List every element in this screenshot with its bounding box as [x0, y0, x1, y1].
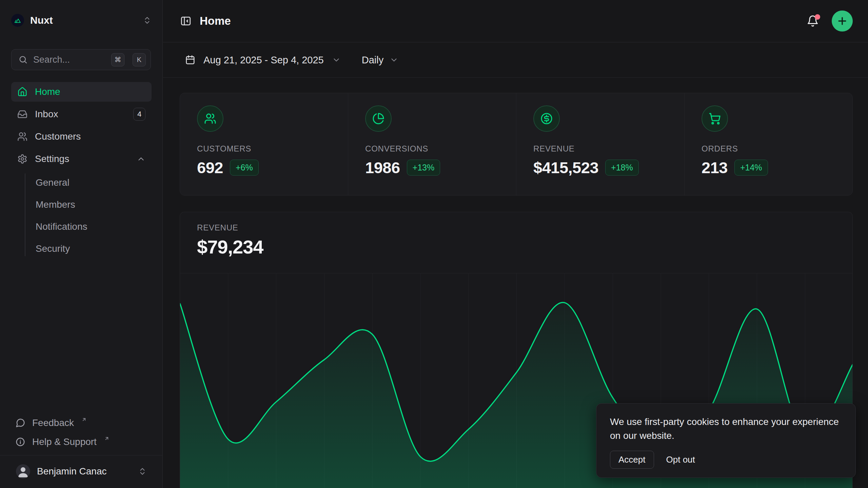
stat-customers[interactable]: CUSTOMERS 692 +6%: [180, 93, 348, 195]
user-name: Benjamin Canac: [37, 466, 131, 477]
sidebar-item-inbox[interactable]: Inbox 4: [11, 104, 152, 124]
external-link-icon: [104, 436, 110, 441]
kbd-k: K: [133, 53, 146, 66]
revenue-total: $79,234: [197, 236, 852, 258]
sidebar: Nuxt ⌘ K Home: [0, 0, 163, 488]
accept-cookies-button[interactable]: Accept: [610, 451, 654, 469]
workspace-switcher[interactable]: Nuxt: [11, 12, 152, 28]
sidebar-item-label: Settings: [35, 154, 129, 164]
search-bar[interactable]: ⌘ K: [11, 49, 151, 70]
sidebar-item-members[interactable]: Members: [36, 194, 152, 216]
notifications-button[interactable]: [807, 15, 819, 27]
circle-dollar-icon: [533, 105, 560, 132]
filters-bar: Aug 21, 2025 - Sep 4, 2025 Daily: [163, 43, 868, 78]
shopping-cart-icon: [702, 105, 728, 132]
calendar-icon: [185, 55, 195, 65]
search-icon: [18, 55, 28, 64]
inbox-icon: [17, 109, 27, 119]
granularity-value: Daily: [362, 55, 383, 66]
nuxt-logo-icon: [11, 14, 24, 27]
stat-value: $415,523: [533, 158, 598, 177]
collapse-sidebar-icon[interactable]: [180, 15, 192, 27]
search-input[interactable]: [33, 55, 106, 65]
kbd-meta: ⌘: [111, 53, 124, 66]
stat-delta-badge: +6%: [230, 160, 259, 176]
chevron-down-icon: [332, 56, 341, 64]
sidebar-divider: [0, 455, 163, 455]
sidebar-item-general[interactable]: General: [36, 171, 152, 194]
chevron-down-icon: [390, 56, 398, 64]
sidebar-item-home[interactable]: Home: [11, 82, 152, 102]
stat-orders[interactable]: ORDERS 213 +14%: [684, 93, 852, 195]
stat-revenue[interactable]: REVENUE $415,523 +18%: [516, 93, 684, 195]
feedback-label: Feedback: [32, 418, 74, 428]
stat-delta-badge: +18%: [605, 160, 639, 176]
help-support-link[interactable]: Help & Support: [11, 432, 152, 451]
settings-submenu: General Members Notifications Security: [11, 171, 152, 260]
chevrons-up-down-icon: [138, 467, 147, 476]
sidebar-item-customers[interactable]: Customers: [11, 127, 152, 146]
sidebar-item-notifications[interactable]: Notifications: [36, 216, 152, 238]
gear-icon: [17, 154, 27, 164]
sidebar-item-label: Inbox: [35, 109, 126, 120]
notification-dot: [815, 14, 820, 20]
plus-icon: [836, 15, 848, 27]
sidebar-item-security[interactable]: Security: [36, 238, 152, 260]
feedback-link[interactable]: Feedback: [11, 413, 152, 432]
info-circle-icon: [15, 437, 25, 447]
stat-label: CUSTOMERS: [197, 144, 348, 154]
external-link-icon: [81, 417, 87, 422]
cookie-consent-toast: We use first-party cookies to enhance yo…: [596, 403, 856, 478]
sidebar-footer-links: Feedback Help & Support: [11, 413, 152, 451]
avatar: [16, 464, 30, 479]
revenue-panel-label: REVENUE: [197, 223, 852, 232]
top-header: Home: [163, 0, 868, 42]
chevrons-up-down-icon: [143, 16, 152, 25]
sidebar-item-label: Customers: [35, 131, 145, 142]
home-icon: [17, 87, 27, 97]
message-bubble-icon: [15, 418, 25, 428]
sidebar-item-label: Home: [35, 86, 145, 97]
stat-label: ORDERS: [702, 144, 852, 154]
chevron-up-icon: [137, 155, 145, 163]
stat-delta-badge: +14%: [734, 160, 768, 176]
stat-delta-badge: +13%: [407, 160, 440, 176]
stat-conversions[interactable]: CONVERSIONS 1986 +13%: [348, 93, 516, 195]
cookie-message: We use first-party cookies to enhance yo…: [610, 415, 842, 443]
stat-label: CONVERSIONS: [365, 144, 516, 154]
stat-value: 213: [702, 158, 728, 177]
inbox-count-badge: 4: [133, 108, 145, 121]
stat-value: 1986: [365, 158, 400, 177]
opt-out-button[interactable]: Opt out: [666, 451, 695, 468]
pie-chart-icon: [365, 105, 392, 132]
sidebar-nav: Home Inbox 4 Customers: [11, 82, 152, 260]
stat-value: 692: [197, 158, 223, 177]
stats-overview-card: CUSTOMERS 692 +6% CONVERSIONS 1986 +13% …: [180, 93, 853, 196]
add-button[interactable]: [832, 11, 853, 32]
help-support-label: Help & Support: [32, 436, 97, 447]
granularity-select[interactable]: Daily: [362, 55, 398, 66]
users-icon: [17, 131, 27, 142]
page-title: Home: [200, 15, 807, 27]
users-icon: [197, 105, 223, 132]
date-range-value: Aug 21, 2025 - Sep 4, 2025: [203, 55, 324, 66]
sidebar-item-settings[interactable]: Settings: [11, 149, 152, 169]
stat-label: REVENUE: [533, 144, 684, 154]
date-range-picker[interactable]: Aug 21, 2025 - Sep 4, 2025: [185, 55, 341, 66]
user-menu[interactable]: Benjamin Canac: [11, 460, 152, 483]
workspace-name: Nuxt: [30, 15, 137, 26]
